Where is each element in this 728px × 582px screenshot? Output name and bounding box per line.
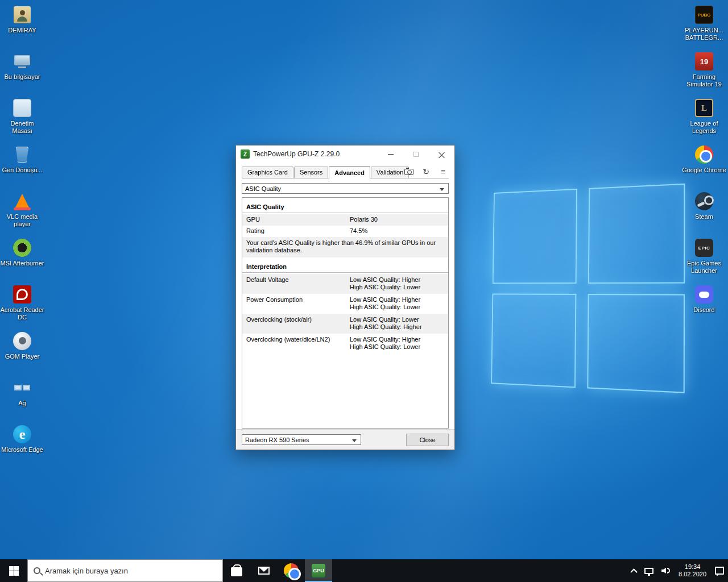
advanced-mode-dropdown-value: ASIC Quality [245,185,281,192]
desktop-icon-vlc[interactable]: VLC media player [0,191,44,238]
desktop-icon-chrome[interactable]: Google Chrome [681,144,727,191]
tray-network[interactable] [640,559,657,582]
tab-advanced[interactable]: Advanced [329,166,370,178]
search-icon [34,567,40,574]
table-row-power-consumption: Power Consumption Low ASIC Quality: High… [242,294,448,314]
screenshot-camera-icon[interactable] [403,167,415,177]
logo-pane-top-right [588,184,685,284]
desktop-icon-demiray[interactable]: DEMIRAY [0,5,44,51]
desktop-icon-msi-afterburner[interactable]: MSI Afterburner [0,238,44,284]
taskbar-icon-chrome[interactable] [278,559,305,582]
chevron-up-icon [630,568,638,576]
control-panel-icon [13,99,31,117]
desktop-icon-control-panel[interactable]: Denetim Masası [0,98,44,144]
discord-icon [695,285,713,304]
section-title-asic-quality: ASIC Quality [242,202,448,212]
table-row-overclocking-stock-air: Overclocking (stock/air) Low ASIC Qualit… [242,314,448,334]
desktop-icon-label: PLAYERUN... BATTLEGR... [682,27,726,41]
desktop-icon-pubg[interactable]: PUBG PLAYERUN... BATTLEGR... [681,5,727,51]
desktop-icon-column-right: PUBG PLAYERUN... BATTLEGR... 19 Farming … [681,5,727,331]
microsoft-store-icon [231,567,242,576]
network-tray-icon [644,568,653,574]
chrome-icon [284,563,299,578]
desktop-icon-gom-player[interactable]: GOM Player [0,331,44,377]
epic-games-icon: EPIC [695,239,713,257]
desktop-icon-label: Microsoft Edge [1,446,43,454]
desktop-icon-network[interactable]: Ağ [0,377,44,424]
row-value: Polaris 30 [350,216,444,223]
desktop-icon-league-of-legends[interactable]: L League of Legends [681,98,727,144]
action-center-icon [715,567,724,575]
spacer [242,257,448,262]
row-value-line1: Low ASIC Quality: Higher [350,276,444,284]
action-center-button[interactable] [711,559,728,582]
taskbar-icon-microsoft-store[interactable] [223,559,250,582]
vlc-icon [15,194,30,209]
desktop-icon-label: Steam [695,213,713,221]
taskbar-icon-mail[interactable] [250,559,278,582]
gpu-select-dropdown-value: Radeon RX 590 Series [245,436,309,443]
steam-icon [695,192,713,210]
gpu-select-dropdown[interactable]: Radeon RX 590 Series [242,434,361,445]
refresh-icon[interactable]: ↻ [420,167,432,177]
row-value: 74.5% [350,227,444,234]
row-value-line1: Low ASIC Quality: Higher [350,296,444,304]
row-value: Low ASIC Quality: Higher High ASIC Quali… [350,296,444,311]
table-row-rating: Rating 74.5% [242,226,448,237]
taskbar-clock[interactable]: 19:34 8.02.2020 [674,563,711,578]
row-label: Power Consumption [246,296,350,311]
toolbar: ↻ ≡ [403,166,449,177]
desktop-icon-label: VLC media player [0,213,44,228]
gom-player-icon [13,332,31,350]
row-label: Overclocking (water/dice/LN2) [246,336,350,351]
close-button[interactable]: Close [406,434,449,446]
row-value-line2: High ASIC Quality: Lower [350,284,444,291]
row-value-line1: Low ASIC Quality: Higher [350,336,444,343]
desktop-icon-this-pc[interactable]: Bu bilgisayar [0,51,44,98]
advanced-mode-dropdown[interactable]: ASIC Quality [242,183,449,194]
start-button[interactable] [0,559,27,582]
table-row-gpu: GPU Polaris 30 [242,214,448,226]
row-value-line2: High ASIC Quality: Lower [350,343,444,351]
title-bar[interactable]: Z TechPowerUp GPU-Z 2.29.0 [236,146,454,163]
tray-show-hidden-icons[interactable] [627,559,640,582]
desktop-icon-label: Acrobat Reader DC [0,306,44,321]
desktop-icon-recycle-bin[interactable]: Geri Dönüşü... [0,144,44,191]
taskbar-search-box[interactable]: Aramak için buraya yazın [27,559,223,582]
desktop-icon-epic-games[interactable]: EPIC Epic Games Launcher [681,238,727,284]
taskbar-icon-gpuz-active[interactable]: GPU [305,559,332,582]
logo-pane-bottom-right [587,294,685,393]
divider [242,213,448,213]
minimize-button[interactable] [378,146,403,163]
desktop-icon-column-left: DEMIRAY Bu bilgisayar Denetim Masası Ger… [0,5,44,471]
desktop-icon-steam[interactable]: Steam [681,191,727,238]
desktop-icon-discord[interactable]: Discord [681,284,727,331]
pubg-icon: PUBG [695,6,713,24]
speaker-icon [661,568,666,573]
desktop-icon-acrobat[interactable]: Acrobat Reader DC [0,284,44,331]
menu-icon[interactable]: ≡ [437,167,449,177]
gpuz-app-icon: Z [241,149,250,159]
acrobat-reader-icon [13,285,31,304]
row-label: Overclocking (stock/air) [246,316,350,331]
fs19-icon: 19 [695,52,713,70]
tab-sensors[interactable]: Sensors [294,167,328,178]
desktop-icon-edge[interactable]: e Microsoft Edge [0,424,44,471]
window-title: TechPowerUp GPU-Z 2.29.0 [253,150,378,158]
desktop-icon-label: Ağ [18,400,26,407]
desktop-icon-label: Bu bilgisayar [5,73,40,81]
row-value-line2: High ASIC Quality: Lower [350,304,444,311]
desktop-icon-farming-simulator[interactable]: 19 Farming Simulator 19 [681,51,727,98]
close-window-button[interactable] [429,146,454,163]
row-value-line2: High ASIC Quality: Higher [350,323,444,331]
asic-quality-note: Your card's ASIC Quality is higher than … [242,237,448,257]
tab-graphics-card[interactable]: Graphics Card [242,167,293,178]
row-value: Low ASIC Quality: Higher High ASIC Quali… [350,336,444,351]
minimize-icon [388,154,394,155]
maximize-icon [413,152,419,157]
desktop-icon-label: DEMIRAY [8,27,36,34]
tray-volume[interactable] [657,559,674,582]
system-tray: 19:34 8.02.2020 [627,559,728,582]
desktop-icon-label: Denetim Masası [0,120,44,135]
desktop-icon-label: Epic Games Launcher [682,260,726,275]
